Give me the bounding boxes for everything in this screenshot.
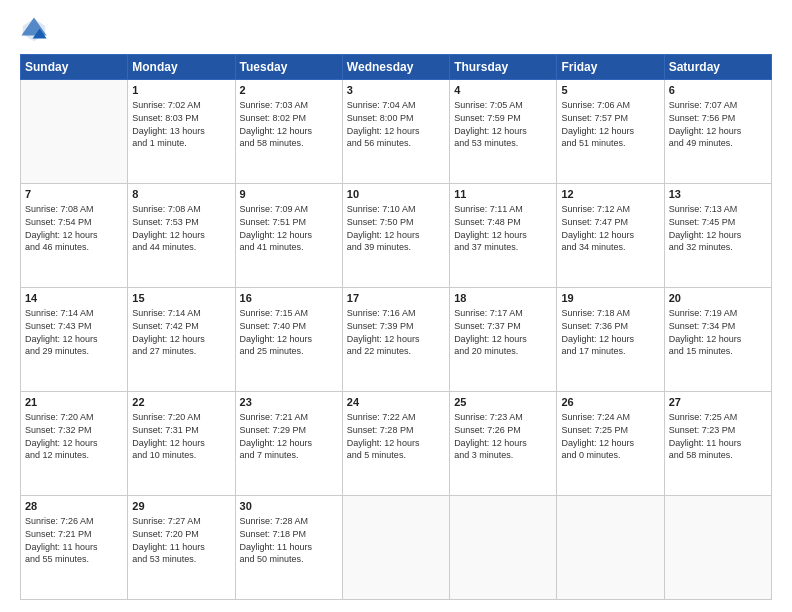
calendar-cell: 2Sunrise: 7:03 AMSunset: 8:02 PMDaylight… [235,80,342,184]
calendar-cell: 23Sunrise: 7:21 AMSunset: 7:29 PMDayligh… [235,392,342,496]
calendar-cell: 26Sunrise: 7:24 AMSunset: 7:25 PMDayligh… [557,392,664,496]
day-number: 14 [25,291,123,306]
day-number: 4 [454,83,552,98]
day-number: 28 [25,499,123,514]
day-info: Sunrise: 7:03 AMSunset: 8:02 PMDaylight:… [240,99,338,149]
weekday-header-wednesday: Wednesday [342,55,449,80]
calendar-cell [664,496,771,600]
day-number: 17 [347,291,445,306]
weekday-header-sunday: Sunday [21,55,128,80]
calendar-cell: 7Sunrise: 7:08 AMSunset: 7:54 PMDaylight… [21,184,128,288]
calendar-cell: 4Sunrise: 7:05 AMSunset: 7:59 PMDaylight… [450,80,557,184]
calendar-cell: 14Sunrise: 7:14 AMSunset: 7:43 PMDayligh… [21,288,128,392]
logo-icon [20,16,48,44]
day-number: 9 [240,187,338,202]
day-info: Sunrise: 7:09 AMSunset: 7:51 PMDaylight:… [240,203,338,253]
calendar-cell: 28Sunrise: 7:26 AMSunset: 7:21 PMDayligh… [21,496,128,600]
day-info: Sunrise: 7:14 AMSunset: 7:43 PMDaylight:… [25,307,123,357]
day-info: Sunrise: 7:12 AMSunset: 7:47 PMDaylight:… [561,203,659,253]
weekday-header-monday: Monday [128,55,235,80]
day-info: Sunrise: 7:15 AMSunset: 7:40 PMDaylight:… [240,307,338,357]
day-number: 12 [561,187,659,202]
calendar-cell: 24Sunrise: 7:22 AMSunset: 7:28 PMDayligh… [342,392,449,496]
day-number: 7 [25,187,123,202]
weekday-header-friday: Friday [557,55,664,80]
day-info: Sunrise: 7:19 AMSunset: 7:34 PMDaylight:… [669,307,767,357]
calendar-cell [557,496,664,600]
day-number: 24 [347,395,445,410]
day-info: Sunrise: 7:07 AMSunset: 7:56 PMDaylight:… [669,99,767,149]
day-info: Sunrise: 7:28 AMSunset: 7:18 PMDaylight:… [240,515,338,565]
calendar-cell: 17Sunrise: 7:16 AMSunset: 7:39 PMDayligh… [342,288,449,392]
day-number: 8 [132,187,230,202]
page-header [20,16,772,44]
day-info: Sunrise: 7:21 AMSunset: 7:29 PMDaylight:… [240,411,338,461]
day-number: 18 [454,291,552,306]
calendar-cell: 19Sunrise: 7:18 AMSunset: 7:36 PMDayligh… [557,288,664,392]
day-number: 26 [561,395,659,410]
calendar-cell: 3Sunrise: 7:04 AMSunset: 8:00 PMDaylight… [342,80,449,184]
day-info: Sunrise: 7:27 AMSunset: 7:20 PMDaylight:… [132,515,230,565]
calendar-cell: 9Sunrise: 7:09 AMSunset: 7:51 PMDaylight… [235,184,342,288]
day-number: 1 [132,83,230,98]
day-info: Sunrise: 7:25 AMSunset: 7:23 PMDaylight:… [669,411,767,461]
calendar-cell: 30Sunrise: 7:28 AMSunset: 7:18 PMDayligh… [235,496,342,600]
day-number: 3 [347,83,445,98]
day-number: 30 [240,499,338,514]
calendar-cell: 25Sunrise: 7:23 AMSunset: 7:26 PMDayligh… [450,392,557,496]
week-row-4: 21Sunrise: 7:20 AMSunset: 7:32 PMDayligh… [21,392,772,496]
calendar-table: SundayMondayTuesdayWednesdayThursdayFrid… [20,54,772,600]
week-row-2: 7Sunrise: 7:08 AMSunset: 7:54 PMDaylight… [21,184,772,288]
day-number: 19 [561,291,659,306]
day-number: 15 [132,291,230,306]
header-row: SundayMondayTuesdayWednesdayThursdayFrid… [21,55,772,80]
day-number: 20 [669,291,767,306]
calendar-cell: 29Sunrise: 7:27 AMSunset: 7:20 PMDayligh… [128,496,235,600]
calendar-cell: 22Sunrise: 7:20 AMSunset: 7:31 PMDayligh… [128,392,235,496]
day-info: Sunrise: 7:02 AMSunset: 8:03 PMDaylight:… [132,99,230,149]
day-number: 6 [669,83,767,98]
calendar-cell: 1Sunrise: 7:02 AMSunset: 8:03 PMDaylight… [128,80,235,184]
calendar-page: SundayMondayTuesdayWednesdayThursdayFrid… [0,0,792,612]
day-number: 5 [561,83,659,98]
day-info: Sunrise: 7:06 AMSunset: 7:57 PMDaylight:… [561,99,659,149]
day-info: Sunrise: 7:26 AMSunset: 7:21 PMDaylight:… [25,515,123,565]
day-info: Sunrise: 7:11 AMSunset: 7:48 PMDaylight:… [454,203,552,253]
calendar-cell: 5Sunrise: 7:06 AMSunset: 7:57 PMDaylight… [557,80,664,184]
day-info: Sunrise: 7:08 AMSunset: 7:54 PMDaylight:… [25,203,123,253]
day-info: Sunrise: 7:16 AMSunset: 7:39 PMDaylight:… [347,307,445,357]
week-row-3: 14Sunrise: 7:14 AMSunset: 7:43 PMDayligh… [21,288,772,392]
day-info: Sunrise: 7:17 AMSunset: 7:37 PMDaylight:… [454,307,552,357]
calendar-cell: 8Sunrise: 7:08 AMSunset: 7:53 PMDaylight… [128,184,235,288]
calendar-cell: 11Sunrise: 7:11 AMSunset: 7:48 PMDayligh… [450,184,557,288]
calendar-cell [342,496,449,600]
day-info: Sunrise: 7:13 AMSunset: 7:45 PMDaylight:… [669,203,767,253]
weekday-header-saturday: Saturday [664,55,771,80]
calendar-cell [450,496,557,600]
day-info: Sunrise: 7:23 AMSunset: 7:26 PMDaylight:… [454,411,552,461]
weekday-header-thursday: Thursday [450,55,557,80]
calendar-cell: 10Sunrise: 7:10 AMSunset: 7:50 PMDayligh… [342,184,449,288]
day-number: 13 [669,187,767,202]
day-info: Sunrise: 7:18 AMSunset: 7:36 PMDaylight:… [561,307,659,357]
day-info: Sunrise: 7:05 AMSunset: 7:59 PMDaylight:… [454,99,552,149]
calendar-cell: 6Sunrise: 7:07 AMSunset: 7:56 PMDaylight… [664,80,771,184]
calendar-cell: 21Sunrise: 7:20 AMSunset: 7:32 PMDayligh… [21,392,128,496]
calendar-cell: 27Sunrise: 7:25 AMSunset: 7:23 PMDayligh… [664,392,771,496]
calendar-cell [21,80,128,184]
calendar-cell: 18Sunrise: 7:17 AMSunset: 7:37 PMDayligh… [450,288,557,392]
calendar-cell: 13Sunrise: 7:13 AMSunset: 7:45 PMDayligh… [664,184,771,288]
day-info: Sunrise: 7:20 AMSunset: 7:32 PMDaylight:… [25,411,123,461]
week-row-1: 1Sunrise: 7:02 AMSunset: 8:03 PMDaylight… [21,80,772,184]
day-number: 11 [454,187,552,202]
day-number: 27 [669,395,767,410]
day-info: Sunrise: 7:20 AMSunset: 7:31 PMDaylight:… [132,411,230,461]
logo [20,16,52,44]
day-info: Sunrise: 7:10 AMSunset: 7:50 PMDaylight:… [347,203,445,253]
day-number: 21 [25,395,123,410]
day-info: Sunrise: 7:22 AMSunset: 7:28 PMDaylight:… [347,411,445,461]
day-number: 22 [132,395,230,410]
calendar-cell: 20Sunrise: 7:19 AMSunset: 7:34 PMDayligh… [664,288,771,392]
day-info: Sunrise: 7:24 AMSunset: 7:25 PMDaylight:… [561,411,659,461]
day-number: 25 [454,395,552,410]
